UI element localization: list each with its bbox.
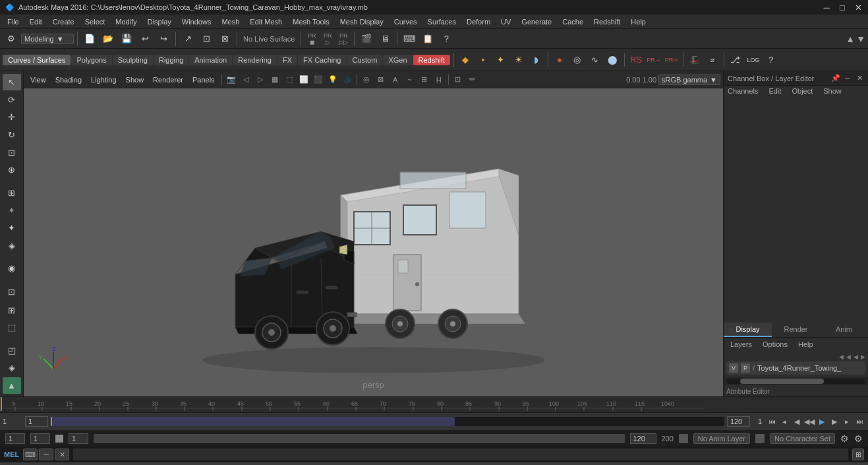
lasso-icon[interactable]: ⊡ <box>198 30 215 47</box>
close-button[interactable]: ✕ <box>854 3 863 12</box>
vp-smooth-icon[interactable]: ~ <box>403 73 417 86</box>
menu-help[interactable]: Help <box>626 16 651 27</box>
menu-create[interactable]: Create <box>48 16 79 27</box>
menu-generate[interactable]: Generate <box>517 16 556 27</box>
select-tool-btn[interactable]: ↖ <box>3 74 21 90</box>
tool-mat-icon[interactable]: ● <box>551 51 568 69</box>
vp-menu-renderer[interactable]: Renderer <box>149 75 187 85</box>
vp-xray-icon[interactable]: ⊠ <box>374 73 388 86</box>
shelf-tab-fx-caching[interactable]: FX Caching <box>298 55 346 65</box>
anim-settings-icon[interactable]: ⚙ <box>854 433 863 444</box>
gamma-dropdown[interactable]: sRGB gamma ▼ <box>658 75 720 85</box>
shelf-tab-curves[interactable]: Curves / Surfaces <box>3 55 71 65</box>
new-file-icon[interactable]: 📄 <box>81 30 98 47</box>
object-btn[interactable]: Object <box>788 86 817 96</box>
menu-edit-mesh[interactable]: Edit Mesh <box>245 16 287 27</box>
menu-curves[interactable]: Curves <box>390 16 422 27</box>
tool-volume-icon[interactable]: ⬤ <box>604 51 622 69</box>
vp-solid-icon[interactable]: ⬜ <box>297 73 310 86</box>
char-set-icon[interactable]: ⚙ <box>840 433 849 444</box>
layer-scrollbar[interactable] <box>724 377 868 385</box>
viewport-content[interactable]: persp X Y Z <box>24 88 723 396</box>
frame-range-bar[interactable] <box>51 417 724 426</box>
tab-anim[interactable]: Anim <box>820 323 868 337</box>
menu-file[interactable]: File <box>3 16 24 27</box>
shelf-tab-redshift[interactable]: Redshift <box>413 55 450 65</box>
panel-minimize-btn[interactable]: ─ <box>843 74 852 83</box>
scale-tool-btn[interactable]: ⊡ <box>3 144 21 161</box>
command-line-input[interactable] <box>73 449 848 460</box>
vp-light-icon[interactable]: 💡 <box>326 73 339 86</box>
menu-deform[interactable]: Deform <box>462 16 495 27</box>
scrollbar-thumb[interactable] <box>740 379 824 384</box>
tool-light-icon[interactable]: ✦ <box>492 51 509 69</box>
render2-icon[interactable]: 🖥 <box>376 30 393 47</box>
tool-sun-icon[interactable]: ☀ <box>510 51 527 69</box>
menu-modify[interactable]: Modify <box>111 16 141 27</box>
vp-marquee-icon[interactable]: ⊡ <box>451 73 465 86</box>
play-back-btn[interactable]: ◀◀ <box>803 416 815 427</box>
tool-cube-icon[interactable]: ▪ <box>475 51 492 69</box>
save-file-icon[interactable]: 💾 <box>118 30 135 47</box>
range-toggle[interactable] <box>679 434 688 443</box>
vp-aa-icon[interactable]: A <box>389 73 402 86</box>
layer-arrow4[interactable]: ▶ <box>861 354 865 360</box>
menu-cache[interactable]: Cache <box>558 16 588 27</box>
modeling-dropdown[interactable]: Modeling ▼ <box>21 34 74 44</box>
layer-arrow3[interactable]: ◀ <box>854 354 858 360</box>
render-icon[interactable]: 🎬 <box>358 30 375 47</box>
prev-key-btn[interactable]: ◂ <box>778 416 790 427</box>
tool-rs1-icon[interactable]: RS <box>627 51 645 69</box>
tool-qmark-icon[interactable]: ? <box>763 51 780 69</box>
layer-arrow2[interactable]: ◀ <box>846 354 851 360</box>
vp-shadow-icon[interactable]: 🌑 <box>341 73 354 86</box>
rotate-tool-btn[interactable]: ↻ <box>3 127 21 143</box>
layer-arrow1[interactable]: ◀ <box>839 354 844 360</box>
scrollbar-track[interactable] <box>726 379 865 384</box>
menu-display[interactable]: Display <box>143 16 176 27</box>
grid-toggle-btn[interactable]: ⊞ <box>3 302 21 319</box>
tool-mat2-icon[interactable]: ◎ <box>569 51 586 69</box>
shelf-tab-animation[interactable]: Animation <box>189 55 232 65</box>
tool-hat-icon[interactable]: 🎩 <box>686 51 703 69</box>
move-tool-btn[interactable]: ✛ <box>3 109 21 125</box>
open-file-icon[interactable]: 📂 <box>100 30 117 47</box>
menu-windows[interactable]: Windows <box>177 16 216 27</box>
minimize-script-btn[interactable]: ─ <box>39 449 53 460</box>
panel-close-btn[interactable]: ✕ <box>855 74 864 83</box>
shelf-scroll-up[interactable]: ▲ <box>846 34 855 44</box>
viewport[interactable]: View Shading Lighting Show Renderer Pane… <box>24 71 723 396</box>
close-script-btn[interactable]: ✕ <box>55 449 69 460</box>
tool-log-icon[interactable]: LOG <box>745 51 762 69</box>
maximize-button[interactable]: □ <box>838 3 847 12</box>
shelf-tab-rigging[interactable]: Rigging <box>154 55 188 65</box>
vp-next-icon[interactable]: ▷ <box>254 73 267 86</box>
shelf-tab-sculpting[interactable]: Sculpting <box>113 55 153 65</box>
layer-p-toggle[interactable]: P <box>741 363 750 373</box>
vp-camera-icon[interactable]: 📷 <box>225 73 238 86</box>
tab-display[interactable]: Display <box>724 323 772 337</box>
panel-pin-btn[interactable]: 📌 <box>831 74 840 83</box>
menu-mesh-display[interactable]: Mesh Display <box>335 16 388 27</box>
range-start-input[interactable] <box>25 416 48 427</box>
menu-select[interactable]: Select <box>80 16 110 27</box>
timeline-progress-bar[interactable] <box>94 434 625 443</box>
menu-mesh-tools[interactable]: Mesh Tools <box>288 16 333 27</box>
frame-current-field[interactable] <box>30 433 50 444</box>
bottom-icon2-btn[interactable]: ◈ <box>3 360 21 377</box>
undo-icon[interactable]: ↩ <box>136 30 154 47</box>
bottom-icon3-btn[interactable]: ▲ <box>3 377 21 394</box>
shelf-tab-polygons[interactable]: Polygons <box>71 55 111 65</box>
vp-render-icon[interactable]: ▦ <box>268 73 281 86</box>
wireframe-btn[interactable]: ⬚ <box>3 319 21 336</box>
go-end-btn[interactable]: ⏭ <box>854 416 865 427</box>
tab-render[interactable]: Render <box>772 323 820 337</box>
paint-select-icon[interactable]: ⊠ <box>216 30 233 47</box>
right-panel-title-controls[interactable]: 📌 ─ ✕ <box>831 74 864 83</box>
soft-select-btn[interactable]: ◉ <box>3 261 21 277</box>
anim-layer-selector[interactable]: No Anim Layer <box>693 433 750 444</box>
select-icon[interactable]: ↗ <box>179 30 196 47</box>
snap-surface-btn[interactable]: ◈ <box>3 237 21 254</box>
help-icon[interactable]: ? <box>438 30 455 47</box>
menu-edit[interactable]: Edit <box>25 16 47 27</box>
